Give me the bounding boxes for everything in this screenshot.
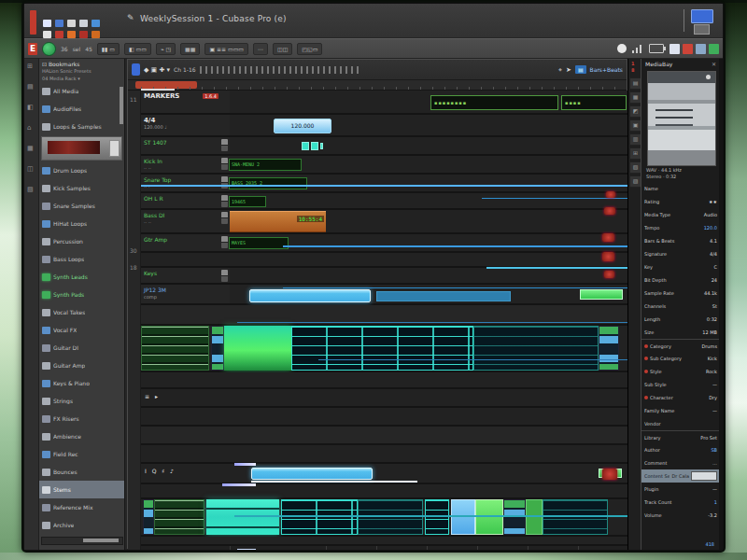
lane-section-tealframes[interactable] xyxy=(425,499,449,535)
track-row[interactable]: Bass DI·· ··10:55:4 xyxy=(141,210,628,234)
attribute-row[interactable]: Vendor xyxy=(641,417,719,430)
track-row[interactable]: Snare Top·· ·BASS 2035 2 xyxy=(141,175,628,193)
sidebar-item[interactable]: Vocal Takes xyxy=(39,303,124,321)
mute-solo-buttons[interactable] xyxy=(221,236,228,248)
lane-section-chipcol[interactable] xyxy=(503,499,526,535)
track-row[interactable] xyxy=(141,253,628,268)
target-icon[interactable]: ⌖ xyxy=(558,66,562,74)
sidebar-item[interactable]: Stems xyxy=(39,481,124,498)
attribute-row[interactable]: Bit Depth24 xyxy=(641,273,719,287)
attribute-row[interactable]: Plugin— xyxy=(641,483,719,496)
track-row[interactable]: 4/4120.000 ♩120.000 xyxy=(141,115,628,137)
attribute-row[interactable]: Track Count1 xyxy=(641,496,719,509)
track-header[interactable]: Keys xyxy=(141,268,230,283)
app-icon[interactable] xyxy=(92,31,100,38)
attribute-row[interactable]: Size12 MB xyxy=(641,326,719,339)
track-header[interactable]: JP12 3Mcomp xyxy=(141,285,230,303)
sidebar-item[interactable]: Bass Loops xyxy=(39,250,124,268)
tempobadge-clip[interactable]: 120.000 xyxy=(274,119,331,133)
toolbar-button-group[interactable]: ◧ ▭▭ xyxy=(124,43,151,55)
lane-section-bluepatch[interactable] xyxy=(451,499,475,535)
mute-solo-buttons[interactable] xyxy=(221,158,228,170)
window-app-icon[interactable] xyxy=(691,9,713,23)
toolbar-button-group[interactable]: ▦▦ xyxy=(180,43,200,55)
track-header[interactable]: ST 1407 xyxy=(141,137,230,154)
lane-section-tealframes[interactable] xyxy=(281,499,358,535)
attribute-input[interactable] xyxy=(691,471,717,481)
sidebar-item[interactable]: Keys & Piano xyxy=(39,374,124,392)
lane-section-lanesgreen[interactable] xyxy=(154,499,204,535)
track-row[interactable]: Keys xyxy=(141,268,628,285)
attribute-row[interactable]: Comment… xyxy=(641,456,719,469)
dock-icon[interactable]: ⊞ xyxy=(27,63,33,70)
track-row[interactable]: Gtr AmpMAYES xyxy=(141,234,628,253)
mute-solo-buttons[interactable] xyxy=(221,195,228,207)
lane-section-chipcol[interactable] xyxy=(599,326,619,371)
record-ready-icon[interactable] xyxy=(42,42,56,56)
grid-mode-label[interactable]: Bars+Beats xyxy=(590,66,623,73)
track-row[interactable]: I Q ♯ ♪ xyxy=(141,464,628,484)
attribute-row[interactable]: Bars & Beats4.1 xyxy=(641,234,719,247)
track-header-glyphs[interactable]: ≡ ▸ xyxy=(145,393,160,399)
lane-section-tealdim[interactable] xyxy=(543,499,608,535)
track-row[interactable]: Kick In·· ··SNA·MENU 2 xyxy=(141,156,628,175)
mute-solo-buttons[interactable] xyxy=(221,270,228,282)
toolbar-button-group[interactable]: ▣ ≡≡ ▭▭▭ xyxy=(204,43,248,55)
mute-solo-buttons[interactable] xyxy=(221,176,228,189)
app-icon[interactable] xyxy=(55,31,63,38)
lane-section-chipcol[interactable] xyxy=(143,499,154,535)
preview-box[interactable] xyxy=(647,71,716,166)
greenbar-clip[interactable] xyxy=(580,289,623,300)
window-aux-icon[interactable] xyxy=(694,24,710,35)
app-icon[interactable] xyxy=(43,31,51,38)
sidebar-item[interactable]: HiHat Loops xyxy=(39,215,124,232)
tray-icon[interactable] xyxy=(669,44,680,54)
project-tool-icons[interactable]: ◆ ▣ ✚ ▾ xyxy=(144,66,170,74)
sidebar-item[interactable]: Loops & Samples xyxy=(39,118,124,135)
sidebar-item[interactable]: Guitar Amp xyxy=(39,357,124,374)
battery-icon[interactable] xyxy=(649,44,664,53)
attribute-row[interactable]: StyleRock xyxy=(641,365,719,378)
dock-icon[interactable]: ◫ xyxy=(27,165,34,173)
track-row[interactable] xyxy=(141,408,628,427)
sidebar-item[interactable]: Field Rec xyxy=(39,445,124,463)
sidebar-item[interactable]: All Media xyxy=(39,82,124,100)
attribute-row[interactable]: Name xyxy=(641,182,719,195)
track-row[interactable]: ST 1407 xyxy=(141,137,628,156)
tray-icon[interactable] xyxy=(696,44,706,54)
track-row[interactable] xyxy=(141,372,628,389)
track-header[interactable]: 4/4120.000 ♩ xyxy=(141,115,230,135)
toolbar-button-group[interactable]: ◰◱▭ xyxy=(297,43,322,55)
mute-solo-buttons[interactable] xyxy=(221,139,228,151)
attribute-row[interactable]: KeyC xyxy=(641,260,719,273)
panel-close-icon[interactable]: ✕ xyxy=(712,61,716,67)
sidebar-item[interactable]: Percussion xyxy=(39,232,124,250)
attribute-row[interactable]: CharacterDry xyxy=(641,391,719,404)
toolbar-button-group[interactable]: ⋯ xyxy=(253,43,268,55)
track-row[interactable]: MARKERS1.6.4▪▪▪▪▪▪▪▪▪▪▪▪ xyxy=(141,91,628,115)
sidebar-item[interactable]: Ambience xyxy=(39,427,124,445)
sidebar-item[interactable]: FX Risers xyxy=(39,410,124,427)
dock-icon[interactable]: ▦ xyxy=(27,145,34,152)
attribute-row[interactable]: Media TypeAudio xyxy=(641,208,719,221)
track-row[interactable]: ≡ ▸ xyxy=(141,389,628,408)
sidebar-item[interactable]: Vocal FX xyxy=(39,321,124,339)
attribute-row[interactable]: CategoryDrums xyxy=(641,339,719,352)
sidebar-vertical-scrollbar[interactable] xyxy=(120,87,123,124)
track-header[interactable]: OH L R xyxy=(141,193,230,208)
dock-icon[interactable]: ◧ xyxy=(27,104,34,111)
toolbar-button-group[interactable]: ◫◫ xyxy=(273,43,292,55)
lane-section-greengrad[interactable] xyxy=(224,326,291,371)
track-row[interactable] xyxy=(141,427,628,445)
attribute-row[interactable]: Signature4/4 xyxy=(641,247,719,260)
attribute-row[interactable]: ChannelsSt xyxy=(641,300,719,313)
lane-section-tealsolid[interactable] xyxy=(206,499,279,535)
sidebar-item[interactable]: Bounces xyxy=(39,463,124,481)
dock-icon[interactable]: ▧ xyxy=(27,186,34,193)
cursor-tool-icon[interactable]: ➤ xyxy=(566,66,571,74)
sidebar-horizontal-scrollbar[interactable] xyxy=(41,537,123,545)
marker-clip[interactable]: ▪▪▪▪▪▪▪▪ xyxy=(430,95,558,110)
timeline-ruler[interactable] xyxy=(128,80,627,91)
track-header[interactable]: Bass DI·· ·· xyxy=(141,210,230,232)
track-row[interactable] xyxy=(141,484,628,499)
